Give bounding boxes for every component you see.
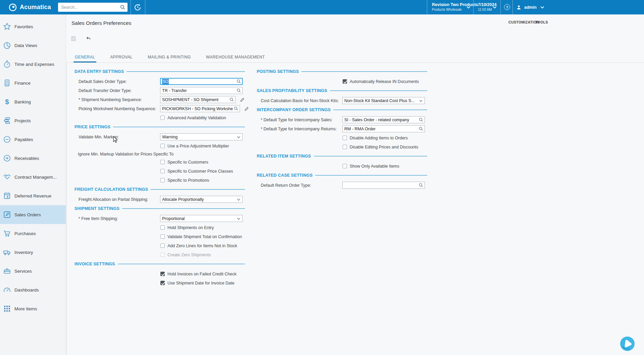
hold-invoices-on-failed-credit-check-checkbox[interactable] [160, 272, 165, 276]
sidebar-item-projects[interactable]: Projects [0, 111, 66, 130]
chevron-down-icon[interactable] [237, 198, 240, 201]
hold-shipments-on-entry-checkbox[interactable] [160, 225, 165, 230]
plus-circle-icon [3, 154, 11, 163]
sidebar-item-finance[interactable]: Finance [0, 74, 66, 92]
checkbox-label: Validate Shipment Total on Confirmation [167, 234, 242, 239]
field-row: Freight Allocation on Partial Shipping: … [75, 195, 245, 204]
sidebar-item-inventory[interactable]: Inventory [0, 243, 66, 262]
topbar-divider [131, 0, 131, 14]
checkbox-row: Create Zero Shipments [75, 250, 245, 259]
cost-calculation-basis-select[interactable]: Non-Stock Kit Standard Cost Plus S... [342, 97, 425, 104]
sidebar-item-time-and-expenses[interactable]: Time and Expenses [0, 55, 66, 74]
sidebar-item-label: Dashboards [14, 287, 39, 293]
sidebar-item-label: More Items [14, 306, 37, 311]
lookup-icon[interactable] [418, 183, 424, 188]
default-type-intercompany-sales-field[interactable]: SI - Sales Order - related company [342, 116, 425, 123]
specific-to-promotions-checkbox[interactable] [160, 178, 165, 182]
tab-general[interactable]: GENERAL [73, 54, 96, 62]
default-transfer-order-type-field[interactable]: TR - Transfer [160, 87, 243, 94]
default-return-order-type-field[interactable] [342, 182, 425, 189]
shipment-numbering-sequence-field[interactable]: SOSHIPMENT - SO Shipment [160, 96, 236, 103]
tools-menu[interactable]: TOOLS [535, 20, 548, 24]
validate-min-markup-select[interactable]: Warning [160, 133, 243, 140]
specific-to-customers-checkbox[interactable] [160, 160, 165, 164]
section-related-item-settings: RELATED ITEM SETTINGS [257, 153, 427, 160]
sidebar-item-label: Sales Orders [14, 212, 41, 217]
lookup-icon[interactable] [229, 97, 234, 102]
sidebar-item-favorites[interactable]: Favorites [0, 17, 66, 36]
chevron-down-icon[interactable] [419, 100, 423, 102]
sidebar-item-dashboards[interactable]: Dashboards [0, 280, 66, 299]
sidebar-item-receivables[interactable]: Receivables [0, 149, 66, 168]
sidebar-item-payables[interactable]: Payables [0, 130, 66, 149]
lookup-icon[interactable] [418, 117, 424, 122]
form-column-right: POSTING SETTINGS Automatically Release I… [257, 68, 427, 190]
section-rule [127, 71, 245, 72]
checkbox-row: Show Only Available Items [257, 162, 427, 171]
default-type-intercompany-returns-field[interactable]: RM - RMA Order [342, 125, 425, 132]
ignore-min-markup-note: Ignore Min. Markup Validation for Prices… [75, 150, 245, 158]
sidebar-item-label: Inventory [14, 250, 33, 255]
checkbox-row: Hold Invoices on Failed Credit Check [75, 269, 245, 278]
sidebar-item-contract-management[interactable]: Contract Managem... [0, 168, 66, 186]
business-date-picker[interactable]: 7/10/2024 11:02 AM [478, 0, 501, 14]
tab-approval[interactable]: APPROVAL [109, 54, 134, 62]
assistant-bubble-icon[interactable] [620, 336, 635, 352]
search-icon[interactable] [120, 4, 126, 10]
undo-button[interactable] [85, 36, 91, 42]
topbar-divider [473, 0, 474, 14]
customization-menu[interactable]: CUSTOMIZATION [508, 20, 539, 24]
checkbox-row: Specific to Customers [75, 158, 245, 167]
sidebar-item-banking[interactable]: $ Banking [0, 92, 66, 111]
free-item-shipping-select[interactable]: Proportional [160, 215, 243, 222]
lookup-icon[interactable] [236, 88, 241, 93]
create-zero-shipments-checkbox [160, 253, 165, 257]
disable-adding-items-checkbox[interactable] [343, 136, 347, 140]
chevron-down-icon[interactable] [466, 6, 470, 9]
company-switcher[interactable]: Revision Two Products Products Wholesale [432, 0, 472, 14]
show-only-available-items-checkbox[interactable] [343, 164, 347, 168]
sidebar-item-services[interactable]: Services [0, 262, 66, 280]
handshake-icon [3, 173, 11, 181]
save-button[interactable] [70, 36, 77, 42]
freight-allocation-select[interactable]: Allocate Proportionally [160, 196, 243, 203]
tab-mailing-printing[interactable]: MAILING & PRINTING [146, 54, 192, 62]
help-icon[interactable]: ? [504, 4, 510, 10]
global-search-input[interactable]: Search... [58, 3, 128, 12]
field-label: Freight Allocation on Partial Shipping: [75, 197, 160, 202]
field-label: Default Transfer Order Type: [75, 88, 160, 93]
sidebar-item-more-items[interactable]: More Items [0, 299, 66, 318]
use-price-adjustment-multiplier-checkbox[interactable] [160, 144, 165, 148]
section-title: SHIPMENT SETTINGS [75, 206, 119, 211]
field-row: * Shipment Numbering Sequence: SOSHIPMEN… [75, 95, 245, 104]
user-menu[interactable]: admin [516, 0, 537, 14]
specific-to-customer-price-classes-checkbox[interactable] [160, 169, 165, 173]
chevron-down-icon[interactable] [237, 136, 240, 138]
add-zero-lines-checkbox[interactable] [160, 243, 165, 248]
default-sales-order-type-field[interactable]: SO [160, 78, 243, 85]
recently-viewed-icon[interactable] [133, 3, 142, 12]
tab-warehouse-management[interactable]: WAREHOUSE MANAGEMENT [205, 54, 266, 62]
section-rule [314, 156, 427, 157]
edit-pencil-icon[interactable] [244, 106, 249, 112]
chevron-down-icon[interactable] [493, 6, 497, 9]
lookup-icon[interactable] [234, 106, 239, 111]
advanced-availability-validation-checkbox[interactable] [160, 116, 165, 120]
disable-editing-prices-checkbox[interactable] [343, 145, 347, 149]
lookup-icon[interactable] [236, 79, 241, 84]
business-date: 7/10/2024 [478, 2, 501, 7]
sidebar-item-deferred-revenue[interactable]: $ Deferred Revenue [0, 186, 66, 205]
acumatica-logo[interactable]: Acumatica [8, 0, 51, 14]
sidebar-item-purchases[interactable]: Purchases [0, 224, 66, 243]
chevron-down-icon[interactable] [237, 218, 240, 220]
use-shipment-date-for-invoice-date-checkbox[interactable] [160, 281, 165, 285]
chevron-down-icon[interactable] [540, 6, 544, 9]
edit-pencil-icon[interactable] [240, 97, 245, 102]
section-title: INTERCOMPANY ORDER SETTINGS [257, 107, 331, 112]
lookup-icon[interactable] [418, 126, 424, 131]
sidebar-item-sales-orders[interactable]: Sales Orders [0, 205, 66, 224]
sidebar-item-data-views[interactable]: Data Views [0, 36, 66, 55]
validate-shipment-total-checkbox[interactable] [160, 234, 165, 239]
picking-worksheet-numbering-sequence-field[interactable]: PICKWORKSH - SO Picking Workshe [160, 105, 240, 112]
automatically-release-in-documents-checkbox[interactable] [343, 79, 347, 84]
